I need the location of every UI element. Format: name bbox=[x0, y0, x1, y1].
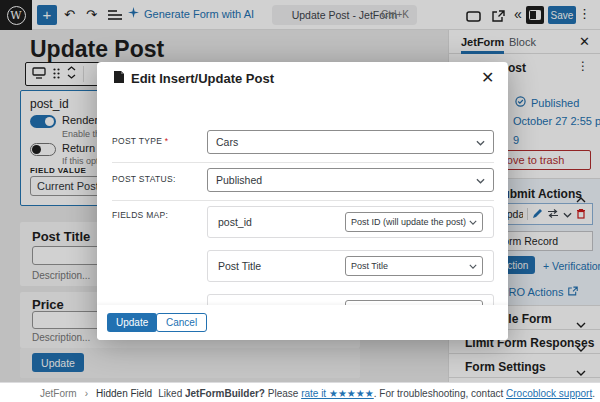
post-type-label: POST TYPE * bbox=[112, 136, 168, 146]
modal-update-button[interactable]: Update bbox=[107, 313, 157, 332]
breadcrumb-current: Hidden Field bbox=[96, 388, 152, 399]
promo-please: Please bbox=[268, 388, 299, 399]
breadcrumb-root[interactable]: JetForm bbox=[40, 388, 77, 399]
fields-map-label: FIELDS MAP: bbox=[112, 210, 168, 220]
chevron-down-icon bbox=[476, 136, 485, 148]
app-window: W + ↶ ↷ Generate Form with AI Update Pos… bbox=[0, 0, 600, 402]
map-field-value: Post Title bbox=[351, 261, 388, 271]
divider bbox=[112, 162, 494, 163]
promo-liked: Liked bbox=[158, 388, 182, 399]
modal-cancel-button[interactable]: Cancel bbox=[156, 313, 207, 332]
post-type-select[interactable]: Cars bbox=[207, 130, 494, 154]
map-field-select[interactable]: Post Title bbox=[345, 256, 483, 276]
crocoblock-support-link[interactable]: Crocoblock support bbox=[506, 388, 592, 399]
promo-text: Liked JetFormBuilder? Please rate it ★★★… bbox=[158, 388, 595, 399]
map-field-select[interactable]: Post ID (will update the post) bbox=[345, 212, 483, 232]
promo-brand: JetFormBuilder? bbox=[185, 388, 265, 399]
editor-statusbar: JetForm › Hidden Field Liked JetFormBuil… bbox=[0, 382, 600, 402]
rate-it-link[interactable]: rate it ★★★★★ bbox=[301, 388, 374, 399]
post-type-value: Cars bbox=[216, 136, 238, 148]
map-field-value: Post ID (will update the post) bbox=[351, 217, 466, 227]
post-status-value: Published bbox=[216, 174, 262, 186]
promo-dot: . bbox=[592, 388, 595, 399]
post-status-select[interactable]: Published bbox=[207, 168, 494, 192]
close-icon[interactable]: ✕ bbox=[481, 68, 494, 87]
action-document-icon bbox=[112, 70, 126, 88]
map-field-name: post_id bbox=[218, 216, 252, 228]
modal-title: Edit Insert/Update Post bbox=[131, 71, 274, 86]
fields-map-row: Price Post Meta bbox=[207, 294, 494, 305]
fields-map-row: post_id Post ID (will update the post) bbox=[207, 206, 494, 238]
fields-map-row: Post Title Post Title bbox=[207, 250, 494, 282]
breadcrumb-chevron-icon: › bbox=[85, 388, 88, 399]
modal-footer: Update Cancel bbox=[97, 305, 508, 340]
modal-body: POST TYPE * Cars POST STATUS: Published … bbox=[97, 92, 508, 305]
map-field-name: Post Title bbox=[218, 260, 261, 272]
edit-action-modal: Edit Insert/Update Post ✕ POST TYPE * Ca… bbox=[97, 62, 508, 340]
promo-mid: . For troubleshooting, contact bbox=[374, 388, 504, 399]
breadcrumb: JetForm › Hidden Field bbox=[40, 388, 152, 399]
required-mark: * bbox=[165, 136, 169, 146]
chevron-down-icon bbox=[469, 261, 477, 271]
divider bbox=[112, 200, 494, 201]
post-type-label-text: POST TYPE bbox=[112, 136, 162, 146]
post-status-label: POST STATUS: bbox=[112, 174, 176, 184]
chevron-down-icon bbox=[469, 217, 477, 227]
chevron-down-icon bbox=[476, 174, 485, 186]
